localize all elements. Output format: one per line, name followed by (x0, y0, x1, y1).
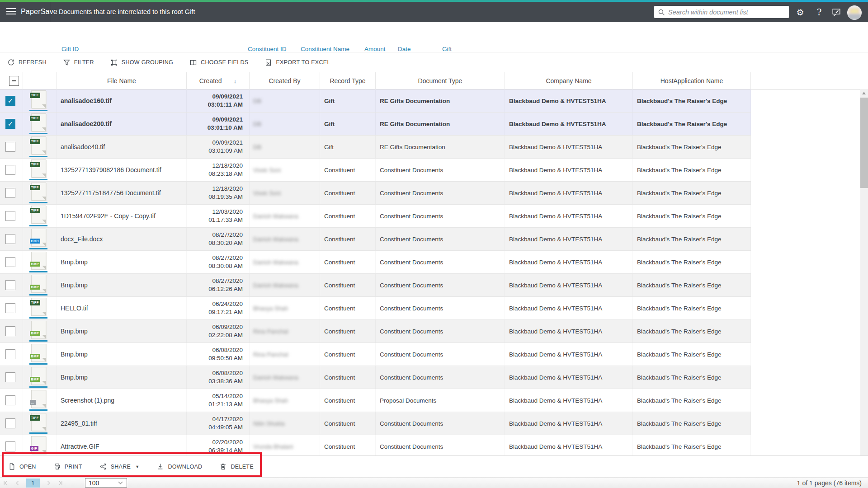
show-grouping-button[interactable]: SHOW GROUPING (110, 59, 173, 66)
column-header-company-name[interactable]: Company Name (505, 72, 633, 89)
table-row[interactable]: BMPBmp.bmp06/08/202003:38:36 AMDanish Ma… (0, 366, 751, 389)
company-name: Blackbaud Demo & HVTEST51HA (505, 190, 602, 197)
file-type-icon-bmp[interactable]: BMP (29, 321, 47, 342)
scrollbar-up-arrow-icon[interactable] (862, 92, 866, 94)
table-row[interactable]: BMPBmp.bmp08/27/202006:12:26 AMDanish Ma… (0, 274, 751, 297)
row-checkbox[interactable] (5, 418, 15, 428)
chevron-down-icon (118, 481, 123, 485)
row-checkbox[interactable] (5, 349, 15, 359)
document-search-box[interactable] (654, 6, 789, 18)
document-type: Constituent Documents (376, 213, 443, 220)
sort-descending-icon: ↓ (234, 78, 237, 84)
field-label: Constituent ID (248, 46, 289, 52)
row-checkbox[interactable] (5, 188, 15, 198)
selection-action-bar: OPENPRINTSHARE▼DOWNLOADDELETE (0, 455, 868, 477)
refresh-button[interactable]: REFRESH (7, 59, 47, 66)
company-name: Blackbaud Demo & HVTEST51HA (505, 374, 602, 381)
file-icon-underline (29, 133, 47, 134)
table-row[interactable]: TIFFHELLO.tif06/24/202009:17:21 AMBhavya… (0, 297, 751, 320)
share-label: SHARE (111, 464, 131, 470)
print-button[interactable]: PRINT (53, 463, 82, 470)
file-type-icon-bmp[interactable]: BMP (29, 344, 47, 365)
file-type-icon-tiff[interactable]: TIFF (29, 113, 47, 134)
vertical-scrollbar[interactable] (860, 89, 868, 477)
open-button[interactable]: OPEN (8, 463, 36, 470)
file-name: 132527713979082186 Document.tif (57, 166, 161, 174)
scrollbar-thumb[interactable] (860, 98, 868, 188)
avatar[interactable] (847, 5, 862, 20)
column-header-record-type[interactable]: Record Type (320, 72, 376, 89)
file-type-icon-generic[interactable]: ... (29, 390, 47, 411)
gear-icon[interactable]: ⚙ (795, 7, 806, 18)
row-checkbox[interactable] (5, 165, 15, 175)
table-row[interactable]: TIFF22495_01.tiff04/17/202004:49:05 AMNi… (0, 412, 751, 435)
table-row[interactable]: ...Screenshot (1).png05/14/202001:21:13 … (0, 389, 751, 412)
row-checkbox[interactable] (5, 372, 15, 382)
current-page-button[interactable]: 1 (26, 479, 40, 488)
column-header-created[interactable]: Created↓ (187, 72, 250, 89)
table-row[interactable]: ✓TIFFanalisadoe200.tif09/09/202103:01:10… (0, 113, 751, 136)
file-type-icon-tiff[interactable]: TIFF (29, 90, 47, 111)
share-button[interactable]: SHARE▼ (99, 463, 140, 470)
column-label: Record Type (330, 77, 365, 84)
row-checkbox[interactable] (5, 280, 15, 290)
file-type-icon-tiff[interactable]: TIFF (29, 160, 47, 180)
filter-button[interactable]: FILTER (63, 59, 94, 66)
created-datetime: 06/08/202003:38:36 AM (208, 369, 243, 385)
file-type-icon-tiff[interactable]: TIFF (29, 413, 47, 434)
download-button[interactable]: DOWNLOAD (156, 463, 202, 470)
table-row[interactable]: TIFF1D1594702F92E - Copy - Copy.tif12/03… (0, 205, 751, 228)
table-row[interactable]: GIFAttractive.GIF02/20/202006:39:14 AMVr… (0, 435, 751, 458)
help-icon[interactable]: ? (814, 7, 825, 18)
row-checkbox[interactable] (5, 326, 15, 336)
table-row[interactable]: BMPBmp.bmp08/27/202008:30:08 AMDanish Ma… (0, 251, 751, 274)
row-checkbox[interactable] (5, 211, 15, 221)
last-page-button[interactable] (54, 479, 66, 488)
row-checkbox[interactable] (5, 142, 15, 152)
file-type-icon-gif[interactable]: GIF (29, 436, 47, 457)
choose-fields-button[interactable]: CHOOSE FIELDS (189, 59, 248, 66)
file-name: analisadoe200.tif (57, 120, 112, 127)
column-header-file-name[interactable]: File Name (57, 72, 187, 89)
row-checkbox[interactable]: ✓ (5, 119, 15, 129)
row-checkbox[interactable] (5, 257, 15, 267)
row-checkbox[interactable] (5, 441, 15, 451)
page-size-select[interactable]: 100 (85, 478, 127, 488)
export-to-excel-button[interactable]: EXPORT TO EXCEL (264, 59, 330, 66)
company-name: Blackbaud Demo & HVTEST51HA (505, 167, 602, 174)
file-type-icon-bmp[interactable]: BMP (29, 367, 47, 388)
row-checkbox[interactable]: ✓ (5, 96, 15, 106)
column-header-created-by[interactable]: Created By (250, 72, 320, 89)
table-row[interactable]: BMPBmp.bmp06/08/202009:50:50 AMRina Panc… (0, 343, 751, 366)
file-type-icon-tiff[interactable]: TIFF (29, 183, 47, 203)
column-header-host-application-name[interactable]: HostApplication Name (633, 72, 751, 89)
document-type: RE Gifts Documentation (376, 144, 445, 150)
file-type-icon-tiff[interactable]: TIFF (29, 206, 47, 226)
row-checkbox[interactable] (5, 234, 15, 244)
feedback-icon[interactable] (831, 7, 842, 18)
delete-button[interactable]: DELETE (219, 463, 253, 470)
file-type-icon-bmp[interactable]: BMP (29, 252, 47, 272)
file-type-icon-bmp[interactable]: BMP (29, 275, 47, 296)
column-header-document-type[interactable]: Document Type (376, 72, 505, 89)
file-type-icon-doc[interactable]: DOC (29, 229, 47, 249)
select-all-checkbox[interactable] (9, 76, 19, 86)
first-page-button[interactable] (0, 479, 12, 488)
file-type-icon-tiff[interactable]: TIFF (29, 136, 47, 157)
file-type-icon-tiff[interactable]: TIFF (29, 298, 47, 319)
table-row[interactable]: BMPBmp.bmp06/09/202002:22:08 AMRina Panc… (0, 320, 751, 343)
table-row[interactable]: ✓TIFFanalisadoe160.tif09/09/202103:01:11… (0, 89, 751, 113)
next-page-button[interactable] (42, 479, 54, 488)
document-type: RE Gifts Documentation (376, 121, 450, 127)
table-row[interactable]: DOCdocx_File.docx08/27/202008:30:20 AMDa… (0, 228, 751, 251)
hamburger-menu-icon[interactable] (6, 8, 16, 15)
row-checkbox[interactable] (5, 303, 15, 313)
table-row[interactable]: TIFF132527713979082186 Document.tif12/18… (0, 159, 751, 182)
prev-page-button[interactable] (12, 479, 24, 488)
file-icon-underline (29, 363, 47, 365)
search-input[interactable] (668, 9, 785, 16)
table-row[interactable]: TIFFanalisadoe40.tif09/09/202103:01:09 A… (0, 136, 751, 159)
row-checkbox[interactable] (5, 395, 15, 405)
file-name: 132527711751847756 Document.tif (57, 189, 161, 197)
table-row[interactable]: TIFF132527711751847756 Document.tif12/18… (0, 182, 751, 205)
